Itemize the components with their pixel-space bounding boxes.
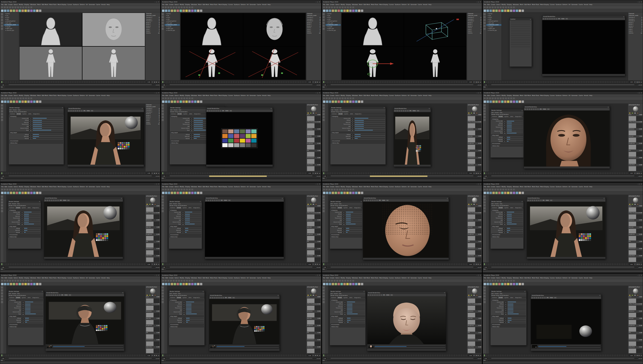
playback-button[interactable]: ⏭ [319, 264, 321, 265]
new-scene-icon[interactable] [323, 97, 325, 99]
menu-deform[interactable]: Deform [402, 277, 407, 279]
snapshot-icon[interactable] [531, 108, 532, 110]
window-titlebar[interactable]: Autodesk Maya 2018 – ▢ ✕ [0, 274, 160, 277]
panel-row[interactable] [511, 24, 531, 25]
settings-value-field[interactable]: 2 [351, 128, 354, 129]
attr-value[interactable]: 0.000 [478, 121, 481, 123]
playback-button[interactable]: ◀ [636, 264, 638, 265]
attr-value[interactable]: 0.000 [317, 339, 321, 341]
range-slider-track[interactable] [327, 266, 477, 268]
attr-slider[interactable] [146, 334, 160, 339]
menu-surfaces[interactable]: Surfaces [395, 95, 401, 96]
save-scene-icon[interactable] [167, 97, 169, 99]
snap-grid-icon[interactable] [336, 97, 338, 99]
lasso-tool-icon[interactable] [322, 107, 325, 109]
channel-value[interactable]: 0 [320, 24, 321, 25]
attr-slider[interactable] [629, 236, 642, 240]
render-icon[interactable] [344, 188, 346, 191]
menu-edit[interactable]: Edit [487, 186, 490, 187]
menu-file[interactable]: File [484, 4, 486, 5]
settings-value-field[interactable]: 0 [343, 322, 347, 323]
bake-icon[interactable] [200, 283, 202, 285]
outliner-item-cameras-grp[interactable]: ▸ cameras_grp [326, 30, 341, 31]
menu-arnold[interactable]: Arnold [584, 95, 588, 96]
attr-slider[interactable] [468, 152, 481, 156]
command-line-input[interactable] [487, 177, 642, 179]
menu-modify[interactable]: Modify [19, 186, 23, 187]
attr-value[interactable]: 0.000 [317, 212, 321, 214]
outliner-item-persp[interactable]: ▸ persp [486, 13, 501, 15]
zoom-fit-icon[interactable] [376, 200, 378, 201]
settings-value-field[interactable]: 2 [181, 220, 185, 221]
range-end-field[interactable]: 120.00 [477, 175, 481, 177]
material-icon[interactable] [352, 192, 355, 194]
current-frame-field[interactable]: 1.00 [147, 172, 151, 174]
menu-modify[interactable]: Modify [341, 95, 345, 96]
select-tool-icon[interactable] [483, 104, 486, 107]
section-header-motion-blur[interactable]: ▾ Motion Blur [330, 236, 362, 238]
menu-display[interactable]: Display [507, 4, 512, 5]
render-icon[interactable] [505, 188, 507, 191]
range-slider-track[interactable] [167, 84, 316, 86]
outliner-item-character-mesh[interactable]: ▸ character_mesh [165, 24, 180, 26]
settings-value-field[interactable]: 3 [351, 118, 354, 119]
menu-help[interactable]: Help [339, 293, 342, 294]
menu-mesh-tools[interactable]: Mesh Tools [532, 186, 539, 187]
settings-value-field[interactable]: 2 [503, 216, 506, 217]
time-slider-track[interactable] [323, 81, 468, 83]
attribute-editor-tab[interactable]: aiStandardSurface [307, 286, 321, 288]
attr-value[interactable]: 0.200 [317, 143, 321, 144]
attr-value[interactable]: 0.000 [478, 157, 481, 159]
playback-button[interactable]: ⏭ [158, 81, 160, 83]
section-header-ray-depth[interactable]: ▾ Ray Depth [491, 134, 523, 136]
attr-value[interactable]: 1.000 [639, 226, 642, 228]
channel-value[interactable]: 1 [641, 29, 642, 30]
undo-icon[interactable] [492, 280, 494, 282]
attribute-editor-tab[interactable]: aiStandardSurface [468, 104, 481, 106]
menu-modify[interactable]: Modify [341, 186, 345, 187]
section-header-motion-blur[interactable]: ▾ Motion Blur [8, 236, 40, 238]
history-icon[interactable] [352, 6, 354, 8]
settings-value-field[interactable]: 1 [182, 318, 186, 319]
attribute-editor-tab[interactable]: aiStandardSurface [468, 195, 481, 197]
menu-mesh-tools[interactable]: Mesh Tools [532, 95, 539, 96]
channel-value[interactable]: 1 [320, 27, 321, 29]
menu-modify[interactable]: Modify [180, 186, 184, 187]
playback-button[interactable]: ⏮ [473, 355, 475, 356]
scale-tool-icon[interactable] [483, 210, 486, 212]
menu-mesh-tools[interactable]: Mesh Tools [210, 4, 217, 5]
menu-edit-mesh[interactable]: Edit Mesh [524, 4, 531, 5]
range-start-field[interactable]: 1.00 [483, 84, 488, 86]
bake-icon[interactable] [361, 100, 363, 103]
tab-arnold[interactable]: Arnold [176, 297, 182, 299]
settings-value-field[interactable]: 1 [21, 318, 25, 319]
close-button[interactable]: ✕ [641, 1, 642, 3]
outliner-item-top[interactable]: ▸ top [165, 15, 180, 16]
settings-value-field[interactable]: 2 [29, 124, 32, 125]
menu-mesh-display[interactable]: Mesh Display [540, 277, 549, 279]
color-swatch[interactable] [631, 295, 633, 296]
menu-arnold[interactable]: Arnold [101, 4, 106, 5]
save-scene-icon[interactable] [167, 188, 169, 191]
menu-uv[interactable]: UV [568, 95, 570, 96]
settings-value-field[interactable]: 1 [21, 319, 25, 321]
command-line-label[interactable]: MEL [1, 178, 4, 179]
channel-value[interactable]: 1 [641, 27, 642, 29]
new-scene-icon[interactable] [1, 280, 3, 282]
attr-value[interactable]: 0.200 [478, 143, 481, 144]
refresh-render-icon[interactable] [214, 297, 216, 299]
menu-mesh[interactable]: Mesh [359, 4, 362, 5]
settings-value-field[interactable]: 2 [20, 216, 24, 217]
current-frame-marker[interactable] [323, 263, 324, 265]
menu-help[interactable]: Help [500, 112, 502, 113]
menu-arnold[interactable]: Arnold [262, 186, 266, 187]
paint-select-tool-icon[interactable] [161, 110, 164, 112]
save-scene-icon[interactable] [6, 188, 8, 191]
settings-slider[interactable] [355, 122, 385, 122]
menu-create[interactable]: Create [330, 4, 335, 5]
attr-slider[interactable] [629, 123, 642, 128]
range-end-field[interactable]: 120.00 [155, 175, 160, 177]
aov-select-icon[interactable] [374, 200, 376, 201]
color-swatch[interactable] [629, 204, 631, 205]
menu-edit[interactable]: Edit [170, 203, 172, 204]
